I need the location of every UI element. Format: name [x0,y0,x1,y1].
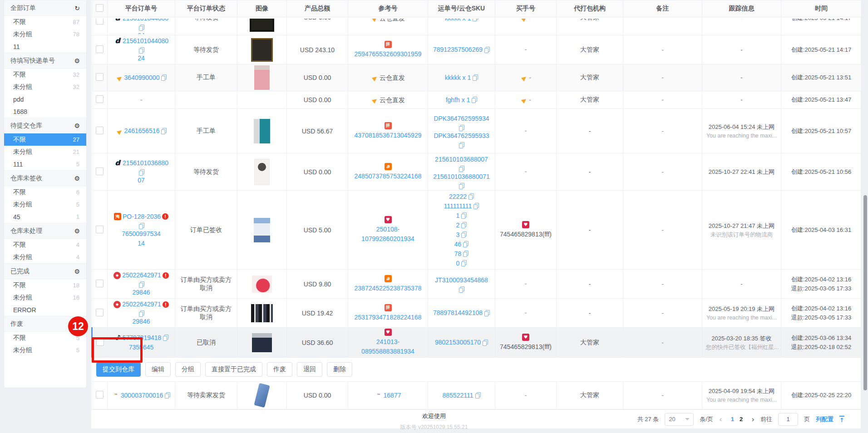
sidebar-item-3-0[interactable]: 不限6 [4,186,86,198]
copy-icon[interactable] [459,125,464,131]
row-checkbox[interactable] [96,226,104,233]
delete-button[interactable]: 删除 [327,362,352,377]
waybill-link[interactable]: JT3100093454868 [435,276,488,285]
copy-icon[interactable] [138,281,144,288]
waybill-link[interactable]: 78912357506269 [433,45,483,54]
reference-number[interactable]: 2531793471828224168 [355,313,422,322]
sidebar-item-5-1[interactable]: 未分组16 [4,291,86,304]
platform-order-number[interactable]: 14 [138,239,145,248]
copy-icon[interactable] [461,222,467,228]
copy-icon[interactable] [138,223,144,229]
copy-icon[interactable] [459,166,464,172]
row-checkbox[interactable] [96,73,104,81]
platform-order-number[interactable]: 07 [138,176,145,185]
copy-icon[interactable] [138,169,144,176]
waybill-link[interactable]: fghfh x 1 [446,95,470,105]
copy-icon[interactable] [461,212,467,219]
waybill-link[interactable]: 1 [456,211,460,221]
reference-number[interactable]: 250108-107992860201934 [352,225,424,244]
waybill-link[interactable]: DPK364762595933 [434,131,489,141]
platform-order-number[interactable]: 2156101044080 [123,36,168,46]
copy-icon[interactable] [463,251,469,257]
reference-number[interactable]: 4370818536713045929 [355,131,422,140]
platform-order-number[interactable]: 29846 [133,288,150,297]
platform-order-number[interactable]: 25022642971 [122,271,161,280]
row-checkbox[interactable] [96,309,104,316]
copy-icon[interactable] [461,231,467,238]
sidebar-item-1-3[interactable]: 1688 [4,105,86,118]
copy-icon[interactable] [164,392,170,399]
platform-order-number[interactable]: 3640990000 [124,73,160,83]
waybill-link[interactable]: 78897814492108 [433,308,483,318]
group-button[interactable]: 分组 [175,362,201,377]
platform-order-number[interactable]: 29846 [133,317,150,326]
copy-icon[interactable] [459,286,464,293]
select-all-checkbox[interactable] [96,4,104,12]
sidebar-item-1-0[interactable]: 不限32 [4,69,86,81]
copy-icon[interactable] [471,97,477,103]
copy-icon[interactable] [138,25,144,31]
settings-gear-icon[interactable]: ⚙ [74,228,80,234]
sidebar-item-0-2[interactable]: 11 [4,40,86,53]
waybill-link[interactable]: 9802153005170 [435,338,481,347]
copy-icon[interactable] [138,47,144,54]
return-button[interactable]: 退回 [297,362,322,377]
row-checkbox[interactable] [96,167,104,175]
copy-icon[interactable] [472,74,478,81]
reference-number[interactable]: 2594765532609301959 [355,49,422,59]
copy-icon[interactable] [473,203,479,209]
row-checkbox[interactable] [96,127,104,134]
sidebar-item-4-0[interactable]: 不限4 [4,239,86,251]
sidebar-item-1-1[interactable]: 未分组32 [4,81,86,93]
row-checkbox[interactable] [96,95,104,103]
platform-order-number[interactable]: 76500997534 [122,229,161,239]
copy-icon[interactable] [161,74,167,81]
copy-icon[interactable] [472,19,478,22]
submit-to-warehouse-button[interactable]: 提交到仓库 [96,362,141,377]
sidebar-item-2-2[interactable]: 1115 [4,158,86,170]
sidebar-item-5-0[interactable]: 不限18 [4,279,86,291]
settings-gear-icon[interactable]: ⚙ [74,175,80,182]
platform-order-number[interactable]: 2461656516 [124,126,160,136]
platform-order-number[interactable]: 24 [138,54,145,63]
sidebar-item-2-0[interactable]: 不限27 [4,133,86,146]
waybill-link[interactable]: 0 [456,259,460,268]
waybill-link[interactable]: 2 [456,221,460,230]
waybill-link[interactable]: 22222 [449,192,467,202]
waybill-link[interactable]: kkkkk x 1 [445,19,471,23]
waybill-link[interactable]: 2156101036880071 [433,172,490,182]
copy-icon[interactable] [484,310,490,316]
copy-icon[interactable] [459,142,464,148]
reference-number[interactable]: 2485073785753224168 [355,172,422,181]
sidebar-item-4-1[interactable]: 未分组4 [4,251,86,263]
platform-order-number[interactable]: 24 [138,31,145,34]
row-checkbox[interactable] [96,45,104,53]
copy-icon[interactable] [161,128,167,134]
waybill-link[interactable]: 215610103688007 [435,155,488,164]
platform-order-number[interactable]: 25022642971 [122,300,161,309]
sidebar-item-0-0[interactable]: 不限87 [4,16,86,28]
copy-icon[interactable] [475,392,481,399]
copy-icon[interactable] [138,310,144,317]
edit-button[interactable]: 编辑 [145,362,171,377]
set-completed-button[interactable]: 直接置于已完成 [205,362,262,377]
waybill-link[interactable]: 111111111 [444,202,472,211]
copy-icon[interactable] [461,260,467,266]
waybill-link[interactable]: 78 [454,249,462,259]
settings-gear-icon[interactable]: ⚙ [74,58,80,64]
sidebar-item-2-1[interactable]: 未分组21 [4,146,86,158]
settings-gear-icon[interactable]: ⚙ [74,123,80,129]
row-checkbox[interactable] [96,391,104,399]
row-checkbox[interactable] [96,19,104,25]
reference-number[interactable]: 16877 [384,391,401,400]
waybill-link[interactable]: kkkkk x 1 [445,73,471,83]
reference-number[interactable]: 241013-089558883881934 [352,337,424,356]
void-button[interactable]: 作废 [267,362,292,377]
platform-order-number[interactable]: 2156101036880 [123,158,168,168]
platform-order-number[interactable]: PO-128-2036 [123,212,161,221]
platform-order-number[interactable]: 2156101044080 [123,19,168,23]
sidebar-item-5-2[interactable]: ERROR [4,304,86,316]
sidebar-item-3-1[interactable]: 未分组5 [4,198,86,211]
waybill-link[interactable]: 885522111 [443,391,473,400]
sidebar-item-1-2[interactable]: pdd [4,93,86,105]
